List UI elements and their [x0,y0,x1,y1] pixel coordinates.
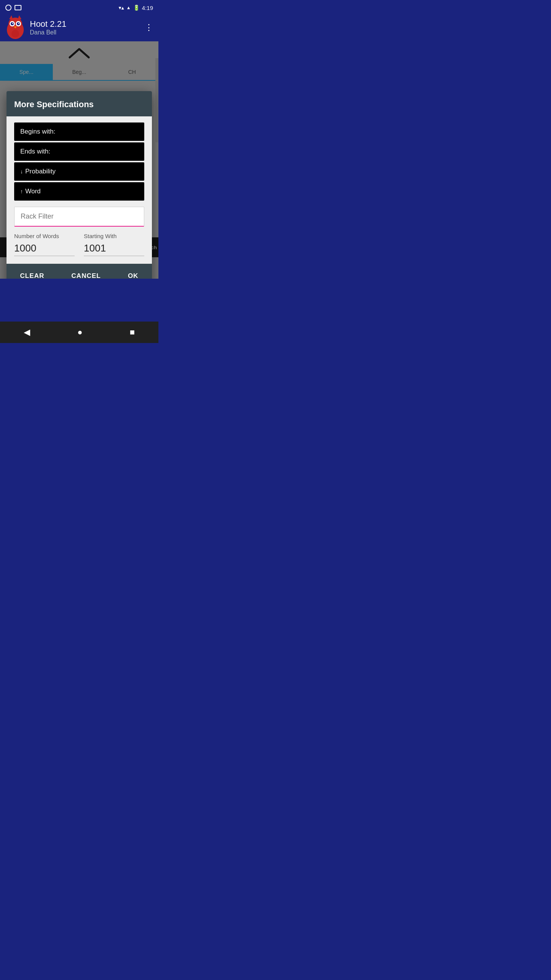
nav-back-button[interactable]: ◀ [24,327,30,337]
status-time: 4:19 [142,5,153,11]
starting-with-col: Starting With 1001 [84,233,144,256]
begins-with-label: Begins with: [20,128,55,136]
app-subtitle: Dana Bell [30,29,145,36]
word-arrow-icon: ↑ [20,188,23,194]
svg-point-8 [12,23,13,24]
probability-row[interactable]: ↓ Probability [14,162,144,181]
status-card-icon [15,5,21,10]
page-content: Spe... Beg... CH INHALER· s INLAYER s Fo… [0,41,158,279]
word-label: Word [25,188,41,195]
owl-logo [5,15,25,40]
number-row: Number of Words 1000 Starting With 1001 [14,233,144,256]
wifi-icon: ▾▴ [119,5,124,11]
probability-arrow-icon: ↓ [20,168,23,175]
app-title: Hoot 2.21 [30,19,145,29]
status-circle-icon [5,5,11,11]
nav-square-button[interactable]: ■ [130,327,135,337]
svg-marker-3 [18,15,21,20]
cancel-button[interactable]: CANCEL [64,268,109,279]
number-of-words-value[interactable]: 1000 [14,242,75,256]
status-bar: ▾▴ ▲ 🔋 4:19 [0,0,158,14]
modal-dialog: More Specifications Begins with: Ends wi… [7,91,152,279]
status-left-icons [5,5,21,11]
signal-icon: ▲ [126,5,131,10]
svg-marker-2 [9,15,13,20]
probability-label: Probability [25,168,55,175]
starting-with-label: Starting With [84,233,144,239]
nav-home-button[interactable]: ● [77,327,82,337]
battery-icon: 🔋 [133,5,140,11]
svg-point-11 [11,30,19,38]
starting-with-value[interactable]: 1001 [84,242,144,256]
bottom-nav: ◀ ● ■ [0,322,158,343]
status-right-icons: ▾▴ ▲ 🔋 4:19 [119,5,153,11]
header-menu-button[interactable]: ⋮ [145,23,153,33]
modal-title: More Specifications [14,100,144,109]
ends-with-label: Ends with: [20,148,50,155]
app-header: Hoot 2.21 Dana Bell ⋮ [0,14,158,41]
number-of-words-label: Number of Words [14,233,75,239]
modal-footer: CLEAR CANCEL OK [7,264,152,279]
clear-button[interactable]: CLEAR [12,268,52,279]
ends-with-row[interactable]: Ends with: [14,142,144,161]
modal-body: Begins with: Ends with: ↓ Probability ↑ … [7,116,152,264]
begins-with-row[interactable]: Begins with: [14,122,144,141]
ok-button[interactable]: OK [120,268,146,279]
modal-header: More Specifications [7,91,152,116]
svg-point-9 [18,23,20,24]
header-text: Hoot 2.21 Dana Bell [30,19,145,36]
word-row[interactable]: ↑ Word [14,182,144,201]
rack-filter-input[interactable] [14,207,144,227]
number-of-words-col: Number of Words 1000 [14,233,75,256]
